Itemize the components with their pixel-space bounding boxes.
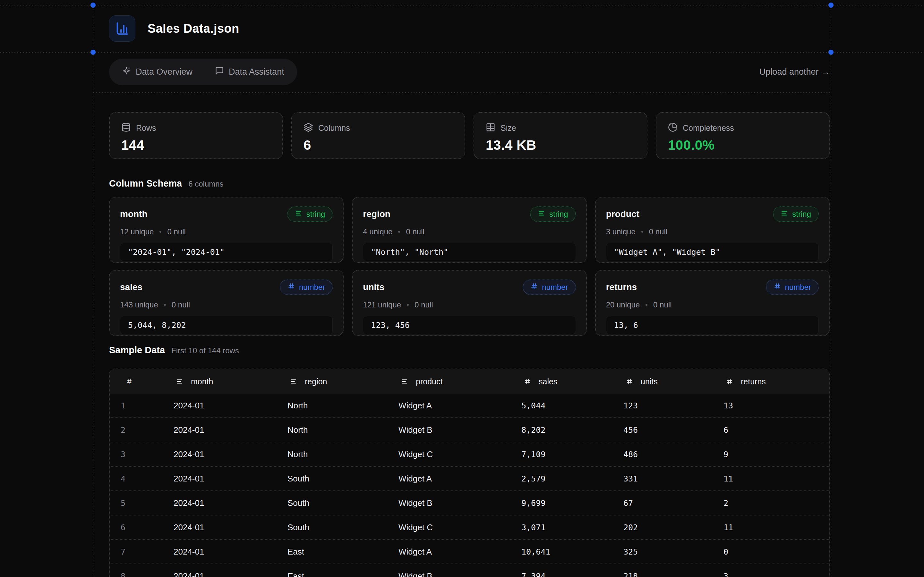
cell-index: 3: [110, 450, 174, 459]
cell-month: 2024-01: [174, 450, 288, 459]
type-badge: number: [523, 279, 575, 295]
type-label: number: [299, 283, 325, 292]
cell-units: 325: [624, 547, 724, 556]
cell-month: 2024-01: [174, 425, 288, 435]
cell-region: East: [288, 547, 399, 557]
column-header-label: units: [641, 377, 658, 386]
cell-product: Widget B: [399, 498, 521, 508]
cell-returns: 0: [724, 547, 829, 556]
cell-region: North: [288, 450, 399, 459]
column-name: sales: [120, 282, 142, 292]
stat-icon: [304, 122, 313, 133]
page-title: Sales Data.json: [148, 22, 239, 35]
column-header-label: sales: [539, 377, 557, 386]
column-header[interactable]: returns: [724, 376, 829, 388]
cell-index: 5: [110, 498, 174, 508]
type-icon: [295, 210, 302, 219]
cell-returns: 9: [724, 450, 829, 459]
tab-label: Data Overview: [136, 67, 192, 77]
column-type-icon: [724, 376, 736, 388]
column-type-icon: [288, 376, 300, 388]
unique-count: 121 unique: [363, 300, 401, 309]
frame-handle-dot: [90, 3, 95, 8]
frame-line-right: [830, 0, 831, 577]
cell-sales: 10,641: [521, 547, 624, 556]
null-count: 0 null: [406, 227, 424, 236]
column-header[interactable]: units: [624, 376, 724, 388]
stat-value: 100.0%: [668, 137, 817, 153]
cell-region: East: [288, 571, 399, 577]
cell-sales: 3,071: [521, 523, 624, 532]
unique-count: 20 unique: [606, 300, 640, 309]
column-type-icon: [521, 376, 533, 388]
column-name: returns: [606, 282, 637, 292]
column-header-label: product: [416, 377, 443, 386]
cell-product: Widget A: [399, 547, 521, 557]
type-badge: number: [280, 279, 333, 295]
dot-separator: [407, 304, 409, 306]
stat-label: Columns: [318, 123, 350, 133]
sample-section-title: Sample Data: [109, 345, 165, 356]
cell-returns: 6: [724, 425, 829, 435]
type-label: number: [542, 283, 568, 292]
dot-separator: [164, 304, 166, 306]
table-row: 62024-01SouthWidget C3,07120211: [110, 515, 829, 539]
cell-returns: 2: [724, 498, 829, 508]
sample-data-table: # month region product sales units retur…: [109, 369, 830, 577]
table-header-row: # month region product sales units retur…: [110, 369, 829, 394]
column-type-icon: [399, 376, 411, 388]
type-badge: string: [530, 206, 576, 222]
sample-values: "North", "North": [363, 243, 575, 261]
tab[interactable]: Data Assistant: [205, 61, 294, 83]
stat-label: Completeness: [683, 123, 734, 133]
column-type-icon: [174, 376, 186, 388]
stat-value: 6: [304, 137, 453, 153]
cell-month: 2024-01: [174, 547, 288, 557]
schema-column-card: product string 3 unique 0 null "Widget A…: [595, 197, 830, 263]
file-header: Sales Data.json: [109, 15, 239, 42]
column-name: region: [363, 209, 391, 219]
type-label: string: [792, 210, 811, 219]
dot-separator: [641, 231, 643, 233]
stat-value: 13.4 KB: [486, 137, 635, 153]
column-header-label: month: [191, 377, 213, 386]
cell-sales: 7,109: [521, 450, 624, 459]
tab[interactable]: Data Overview: [111, 61, 203, 83]
cell-month: 2024-01: [174, 401, 288, 411]
column-header[interactable]: #: [110, 376, 174, 388]
stat-value: 144: [121, 137, 271, 153]
column-header[interactable]: product: [399, 376, 521, 388]
sample-values: "2024-01", "2024-01": [120, 243, 333, 261]
stat-label: Size: [501, 123, 516, 133]
type-icon: [780, 210, 788, 219]
tab-icon: [122, 66, 131, 77]
type-label: string: [549, 210, 568, 219]
schema-column-card: month string 12 unique 0 null "2024-01",…: [109, 197, 344, 263]
table-row: 72024-01EastWidget A10,6413250: [110, 539, 829, 564]
unique-count: 12 unique: [120, 227, 153, 236]
column-type-icon: [110, 376, 122, 388]
upload-another-link[interactable]: Upload another →: [759, 67, 830, 77]
column-header-label: region: [305, 377, 327, 386]
table-row: 22024-01NorthWidget B8,2024566: [110, 417, 829, 442]
schema-column-card: units number 121 unique 0 null 123, 456: [352, 270, 586, 336]
cell-index: 2: [110, 425, 174, 435]
table-row: 32024-01NorthWidget C7,1094869: [110, 442, 829, 466]
stat-card: Rows 144: [109, 112, 283, 159]
column-header[interactable]: region: [288, 376, 399, 388]
column-header[interactable]: sales: [521, 376, 624, 388]
stat-label: Rows: [136, 123, 156, 133]
column-header[interactable]: month: [174, 376, 288, 388]
cell-product: Widget B: [399, 571, 521, 577]
type-icon: [530, 282, 538, 292]
cell-month: 2024-01: [174, 571, 288, 577]
type-badge: string: [287, 206, 333, 222]
cell-region: South: [288, 498, 399, 508]
cell-product: Widget B: [399, 425, 521, 435]
type-icon: [288, 282, 295, 292]
column-header-label: returns: [741, 377, 766, 386]
table-row: 12024-01NorthWidget A5,04412313: [110, 394, 829, 417]
sample-values: 13, 6: [606, 316, 819, 334]
dot-separator: [398, 231, 400, 233]
cell-sales: 8,202: [521, 425, 624, 435]
